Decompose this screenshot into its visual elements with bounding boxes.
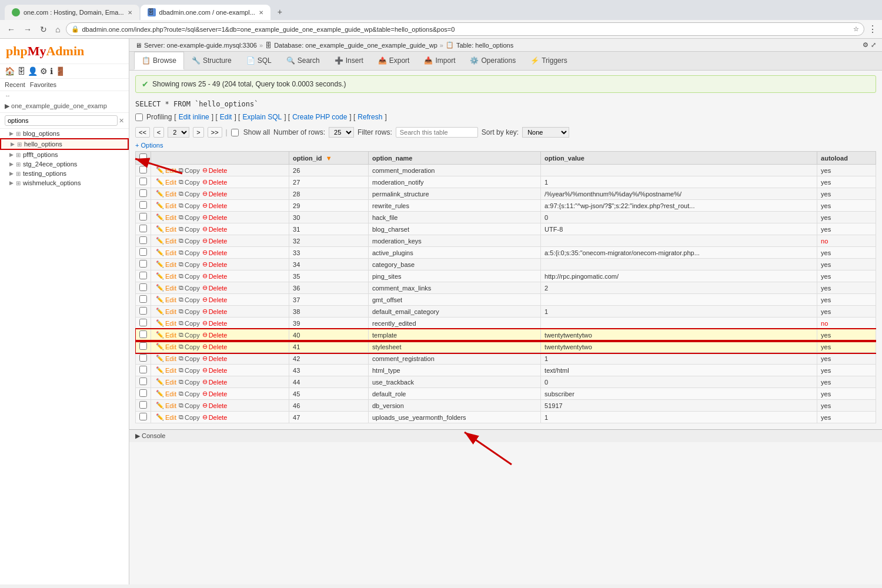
settings-sidebar-icon[interactable]: ⚙ bbox=[40, 66, 48, 76]
copy-button[interactable]: ⧉ Copy bbox=[178, 402, 201, 409]
copy-button[interactable]: ⧉ Copy bbox=[178, 190, 201, 198]
row-checkbox[interactable] bbox=[139, 213, 147, 220]
filter-input[interactable] bbox=[396, 127, 478, 138]
edit-button[interactable]: ✏️ Edit bbox=[155, 378, 178, 386]
copy-button[interactable]: ⧉ Copy bbox=[178, 343, 201, 350]
edit-button[interactable]: ✏️ Edit bbox=[155, 166, 178, 174]
delete-button[interactable]: ⊖ Delete bbox=[201, 296, 229, 303]
table-item-wishmeluck-options[interactable]: ▶ ⊞ wishmeluck_options bbox=[0, 178, 129, 188]
copy-button[interactable]: ⧉ Copy bbox=[178, 249, 201, 256]
home-button[interactable]: ⌂ bbox=[53, 24, 62, 35]
copy-button[interactable]: ⧉ Copy bbox=[178, 284, 201, 292]
delete-button[interactable]: ⊖ Delete bbox=[201, 225, 229, 233]
copy-button[interactable]: ⧉ Copy bbox=[178, 331, 201, 339]
copy-button[interactable]: ⧉ Copy bbox=[178, 390, 201, 397]
edit-button[interactable]: ✏️ Edit bbox=[155, 249, 178, 256]
copy-button[interactable]: ⧉ Copy bbox=[178, 272, 201, 280]
row-checkbox[interactable] bbox=[139, 236, 147, 244]
edit-button[interactable]: ✏️ Edit bbox=[155, 308, 178, 315]
copy-button[interactable]: ⧉ Copy bbox=[178, 260, 201, 268]
tab-2-close[interactable]: ✕ bbox=[259, 9, 263, 16]
console-bar[interactable]: ▶ Console bbox=[129, 429, 882, 442]
copy-button[interactable]: ⧉ Copy bbox=[178, 237, 201, 245]
copy-button[interactable]: ⧉ Copy bbox=[178, 319, 201, 327]
address-bar[interactable]: 🔒 dbadmin.one.com/index.php?route=/sql&s… bbox=[66, 22, 864, 36]
options-link[interactable]: + Options bbox=[135, 142, 163, 149]
edit-button[interactable]: ✏️ Edit bbox=[155, 390, 178, 397]
tab-structure[interactable]: 🔧 Structure bbox=[185, 52, 239, 70]
row-checkbox[interactable] bbox=[139, 201, 147, 209]
copy-button[interactable]: ⧉ Copy bbox=[178, 178, 201, 186]
settings-expand-icon[interactable]: ⤢ bbox=[871, 41, 876, 49]
edit-button[interactable]: ✏️ Edit bbox=[155, 225, 178, 233]
select-all-checkbox[interactable] bbox=[139, 153, 147, 161]
edit-button[interactable]: ✏️ Edit bbox=[155, 355, 178, 362]
db-sidebar-icon[interactable]: 🗄 bbox=[17, 66, 25, 76]
edit-button[interactable]: ✏️ Edit bbox=[155, 296, 178, 303]
delete-button[interactable]: ⊖ Delete bbox=[201, 260, 229, 268]
edit-button[interactable]: ✏️ Edit bbox=[155, 331, 178, 339]
tab-search[interactable]: 🔍 Search bbox=[279, 52, 327, 70]
row-checkbox[interactable] bbox=[139, 319, 147, 326]
tab-1-close[interactable]: ✕ bbox=[128, 9, 132, 16]
row-checkbox[interactable] bbox=[139, 248, 147, 256]
forward-button[interactable]: → bbox=[21, 24, 34, 35]
tab-browse[interactable]: 📋 Browse bbox=[134, 52, 184, 70]
sidebar-search-input[interactable] bbox=[5, 115, 118, 126]
row-checkbox[interactable] bbox=[139, 178, 147, 185]
num-rows-select[interactable]: 25 bbox=[329, 127, 354, 138]
row-checkbox[interactable] bbox=[139, 389, 147, 397]
first-page-button[interactable]: << bbox=[135, 127, 150, 138]
page-select[interactable]: 2 bbox=[168, 127, 189, 138]
delete-button[interactable]: ⊖ Delete bbox=[201, 413, 229, 421]
row-checkbox[interactable] bbox=[139, 166, 147, 173]
edit-button[interactable]: ✏️ Edit bbox=[155, 319, 178, 327]
copy-button[interactable]: ⧉ Copy bbox=[178, 225, 201, 233]
edit-button[interactable]: ✏️ Edit bbox=[155, 402, 178, 409]
row-checkbox[interactable] bbox=[139, 283, 147, 291]
copy-button[interactable]: ⧉ Copy bbox=[178, 366, 201, 374]
tab-sql[interactable]: 📄 SQL bbox=[239, 52, 279, 70]
browser-menu-button[interactable]: ⋮ bbox=[868, 24, 877, 35]
copy-button[interactable]: ⧉ Copy bbox=[178, 202, 201, 209]
delete-button[interactable]: ⊖ Delete bbox=[201, 272, 229, 280]
table-item-pffft-options[interactable]: ▶ ⊞ pffft_options bbox=[0, 150, 129, 159]
edit-button[interactable]: ✏️ Edit bbox=[155, 237, 178, 245]
explain-sql-link[interactable]: Explain SQL bbox=[242, 113, 282, 121]
row-checkbox[interactable] bbox=[139, 377, 147, 385]
tab-operations[interactable]: ⚙️ Operations bbox=[463, 52, 523, 70]
table-item-blog-options[interactable]: ▶ ⊞ blog_options bbox=[0, 129, 129, 138]
edit-button[interactable]: ✏️ Edit bbox=[155, 366, 178, 374]
refresh-link[interactable]: Refresh bbox=[358, 113, 382, 121]
row-checkbox[interactable] bbox=[139, 260, 147, 268]
row-checkbox[interactable] bbox=[139, 307, 147, 315]
tab-export[interactable]: 📤 Export bbox=[371, 52, 417, 70]
prev-page-button[interactable]: < bbox=[153, 127, 164, 138]
table-item-stg-options[interactable]: ▶ ⊞ stg_24ece_options bbox=[0, 159, 129, 169]
copy-button[interactable]: ⧉ Copy bbox=[178, 213, 201, 221]
edit-button[interactable]: ✏️ Edit bbox=[155, 213, 178, 221]
next-page-button[interactable]: > bbox=[193, 127, 203, 138]
delete-button[interactable]: ⊖ Delete bbox=[201, 308, 229, 315]
info-sidebar-icon[interactable]: ℹ bbox=[50, 66, 53, 76]
table-item-testing-options[interactable]: ▶ ⊞ testing_options bbox=[0, 169, 129, 178]
favorites-button[interactable]: Favorites bbox=[30, 81, 56, 88]
row-checkbox[interactable] bbox=[139, 225, 147, 232]
tab-triggers[interactable]: ⚡ Triggers bbox=[523, 52, 574, 70]
delete-button[interactable]: ⊖ Delete bbox=[201, 331, 229, 339]
new-tab-button[interactable]: + bbox=[272, 4, 288, 20]
delete-button[interactable]: ⊖ Delete bbox=[201, 249, 229, 256]
edit-button[interactable]: ✏️ Edit bbox=[155, 260, 178, 268]
delete-button[interactable]: ⊖ Delete bbox=[201, 402, 229, 409]
row-checkbox[interactable] bbox=[139, 272, 147, 279]
table-item-hello-options[interactable]: ▶ ⊞ hello_options bbox=[0, 138, 129, 150]
delete-button[interactable]: ⊖ Delete bbox=[201, 390, 229, 397]
edit-button[interactable]: ✏️ Edit bbox=[155, 343, 178, 350]
copy-button[interactable]: ⧉ Copy bbox=[178, 166, 201, 174]
row-checkbox[interactable] bbox=[139, 354, 147, 362]
delete-button[interactable]: ⊖ Delete bbox=[201, 355, 229, 362]
delete-button[interactable]: ⊖ Delete bbox=[201, 237, 229, 245]
delete-button[interactable]: ⊖ Delete bbox=[201, 213, 229, 221]
sort-select[interactable]: None bbox=[522, 127, 569, 138]
edit-button[interactable]: ✏️ Edit bbox=[155, 190, 178, 198]
